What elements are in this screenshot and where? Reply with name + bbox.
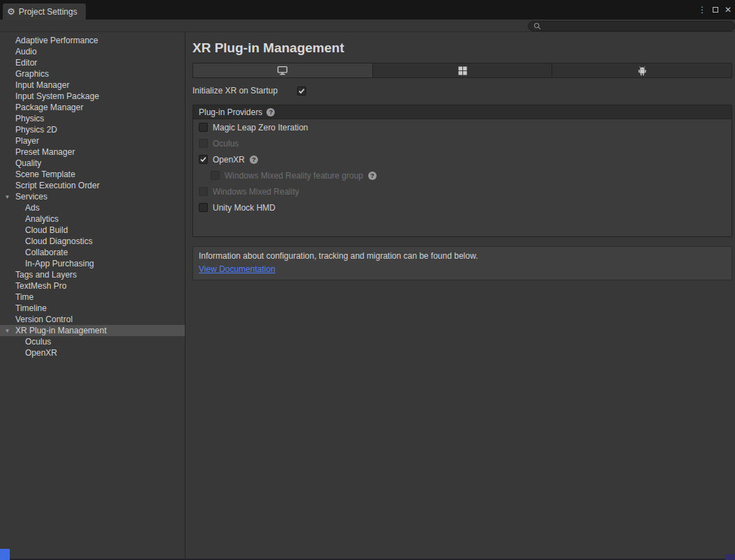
sidebar-item-label: Physics 2D: [15, 125, 57, 135]
sidebar-item-script-execution-order[interactable]: Script Execution Order: [0, 180, 185, 191]
info-text: Information about configuration, trackin…: [199, 251, 726, 261]
sidebar-item-label: Time: [15, 292, 33, 302]
foldout-open-icon[interactable]: ▼: [3, 326, 12, 337]
provider-label: Unity Mock HMD: [213, 203, 275, 213]
provider-label: Oculus: [213, 139, 238, 149]
sidebar-item-label: Editor: [15, 58, 37, 68]
provider-label: Windows Mixed Reality: [213, 187, 299, 197]
sidebar-item-timeline[interactable]: Timeline: [0, 303, 185, 314]
plug-in-providers-box: Plug-in Providers ? Magic Leap Zero Iter…: [192, 105, 732, 237]
window-tab-label: Project Settings: [19, 7, 77, 17]
provider-checkbox-openxr[interactable]: [199, 155, 208, 164]
search-box[interactable]: [528, 21, 735, 31]
sidebar-item-label: Input Manager: [15, 80, 69, 90]
sidebar-item-preset-manager[interactable]: Preset Manager: [0, 146, 185, 158]
provider-checkbox-magic-leap-zero-iteration[interactable]: [199, 123, 208, 132]
sidebar-item-textmesh-pro[interactable]: TextMesh Pro: [0, 280, 185, 292]
sidebar-item-adaptive-performance[interactable]: Adaptive Performance: [0, 35, 185, 46]
sidebar-item-label: Script Execution Order: [15, 181, 100, 190]
view-documentation-link[interactable]: View Documentation: [199, 264, 275, 274]
sidebar-item-analytics[interactable]: Analytics: [0, 213, 185, 225]
background-artifact: [0, 549, 10, 560]
sidebar-item-quality[interactable]: Quality: [0, 158, 185, 169]
window-controls: ⋮✕: [698, 0, 732, 20]
provider-row-magic-leap-zero-iteration: Magic Leap Zero Iteration: [193, 119, 732, 135]
sidebar-item-oculus[interactable]: Oculus: [0, 336, 185, 347]
platform-tab-android[interactable]: [552, 63, 732, 77]
titlebar: ⚙ Project Settings ⋮✕: [0, 0, 735, 20]
sidebar-item-package-manager[interactable]: Package Manager: [0, 102, 185, 113]
foldout-open-icon[interactable]: ▼: [3, 192, 12, 203]
sidebar-item-physics[interactable]: Physics: [0, 113, 185, 124]
window-tab-project-settings[interactable]: ⚙ Project Settings: [3, 3, 86, 20]
gear-icon: ⚙: [7, 7, 15, 16]
sidebar-item-cloud-build[interactable]: Cloud Build: [0, 225, 185, 236]
background-artifact: [725, 554, 735, 560]
platform-tab-desktop[interactable]: [193, 63, 372, 77]
provider-row-windows-mixed-reality-feature-group: Windows Mixed Reality feature group?: [193, 167, 732, 183]
sidebar-item-scene-template[interactable]: Scene Template: [0, 169, 185, 180]
sidebar-item-label: Version Control: [15, 315, 73, 324]
sidebar-item-player[interactable]: Player: [0, 135, 185, 146]
close-icon[interactable]: ✕: [725, 6, 732, 14]
sidebar-item-collaborate[interactable]: Collaborate: [0, 247, 185, 258]
provider-checkbox-unity-mock-hmd[interactable]: [199, 203, 208, 212]
sidebar-item-label: Adaptive Performance: [15, 36, 98, 45]
sidebar-item-label: Preset Manager: [15, 147, 75, 157]
sidebar-item-label: Analytics: [25, 214, 59, 224]
android-icon: [637, 66, 647, 76]
provider-checkbox-oculus[interactable]: [199, 139, 208, 148]
sidebar-item-label: Oculus: [25, 337, 51, 347]
sidebar-item-label: TextMesh Pro: [15, 281, 66, 291]
provider-row-openxr: OpenXR?: [193, 151, 732, 167]
search-icon: [533, 22, 541, 30]
sidebar-item-tags-and-layers[interactable]: Tags and Layers: [0, 269, 185, 280]
page-title: XR Plug-in Management: [192, 38, 732, 59]
project-settings-window: ⚙ Project Settings ⋮✕ Adaptive Performan…: [0, 0, 735, 560]
provider-list: Magic Leap Zero IterationOculusOpenXR?Wi…: [193, 119, 732, 215]
help-icon[interactable]: ?: [250, 156, 258, 164]
plug-in-providers-title: Plug-in Providers: [199, 107, 262, 117]
sidebar-item-label: Scene Template: [15, 169, 75, 179]
platform-tab-windows[interactable]: [373, 63, 552, 77]
plug-in-providers-header: Plug-in Providers ?: [193, 105, 732, 119]
provider-row-oculus: Oculus: [193, 135, 732, 151]
sidebar-item-label: XR Plug-in Management: [15, 326, 107, 335]
sidebar-item-editor[interactable]: Editor: [0, 57, 185, 68]
sidebar-item-cloud-diagnostics[interactable]: Cloud Diagnostics: [0, 236, 185, 247]
sidebar-item-in-app-purchasing[interactable]: In-App Purchasing: [0, 258, 185, 269]
sidebar-item-label: In-App Purchasing: [25, 259, 94, 268]
platform-tabbar: [192, 63, 732, 78]
initialize-xr-row: Initialize XR on Startup: [192, 85, 732, 96]
provider-label: OpenXR: [213, 155, 245, 165]
settings-sidebar: Adaptive PerformanceAudioEditorGraphicsI…: [0, 32, 185, 560]
sidebar-item-version-control[interactable]: Version Control: [0, 314, 185, 325]
sidebar-item-physics-2d[interactable]: Physics 2D: [0, 124, 185, 135]
sidebar-item-graphics[interactable]: Graphics: [0, 68, 185, 80]
sidebar-item-label: Cloud Diagnostics: [25, 236, 93, 246]
sidebar-item-label: Services: [15, 192, 47, 202]
maximize-icon[interactable]: [713, 7, 718, 13]
sidebar-item-ads[interactable]: Ads: [0, 202, 185, 213]
provider-checkbox-windows-mixed-reality[interactable]: [199, 187, 208, 196]
sidebar-item-label: Physics: [15, 114, 44, 123]
sidebar-item-label: Ads: [25, 203, 40, 213]
help-icon[interactable]: ?: [368, 172, 377, 180]
sidebar-item-openxr[interactable]: OpenXR: [0, 347, 185, 358]
initialize-xr-checkbox[interactable]: [297, 86, 306, 96]
sidebar-item-audio[interactable]: Audio: [0, 46, 185, 57]
sidebar-item-label: Graphics: [15, 69, 49, 79]
kebab-menu-icon[interactable]: ⋮: [698, 6, 706, 14]
sidebar-item-services[interactable]: ▼Services: [0, 191, 185, 202]
provider-label: Magic Leap Zero Iteration: [213, 123, 308, 133]
provider-checkbox-windows-mixed-reality-feature-group[interactable]: [211, 171, 220, 180]
settings-content: XR Plug-in Management Initialize XR on S…: [185, 32, 735, 560]
sidebar-item-time[interactable]: Time: [0, 292, 185, 303]
provider-row-unity-mock-hmd: Unity Mock HMD: [193, 199, 732, 215]
help-icon[interactable]: ?: [266, 108, 275, 116]
provider-row-windows-mixed-reality: Windows Mixed Reality: [193, 183, 732, 199]
sidebar-item-input-system-package[interactable]: Input System Package: [0, 91, 185, 102]
sidebar-item-xr-plug-in-management[interactable]: ▼XR Plug-in Management: [0, 325, 185, 336]
search-input[interactable]: [544, 22, 729, 31]
sidebar-item-input-manager[interactable]: Input Manager: [0, 80, 185, 91]
